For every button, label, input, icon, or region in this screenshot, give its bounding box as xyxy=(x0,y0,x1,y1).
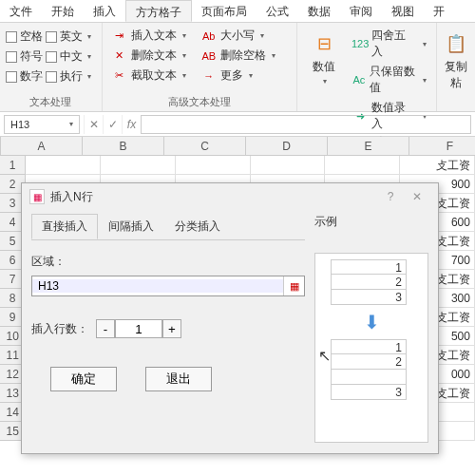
group-label-advtext: 高级文本处理 xyxy=(108,93,291,109)
ribbon-button-label: 只保留数值 xyxy=(370,64,417,96)
range-label: 区域： xyxy=(31,254,305,270)
rows-label: 插入行数： xyxy=(31,321,88,337)
close-button[interactable]: ✕ xyxy=(404,190,430,203)
checkbox[interactable] xyxy=(46,71,57,83)
ribbon-button-label: 大小写 xyxy=(220,28,255,44)
ribbon-tabs: 文件开始插入方方格子页面布局公式数据审阅视图开 xyxy=(0,0,475,23)
arrow-down-icon: ⬇ xyxy=(321,311,422,333)
checkbox-label: 执行 xyxy=(60,68,83,85)
cell[interactable]: 攴工资 xyxy=(400,156,475,175)
cancel-formula-icon[interactable]: ✕ xyxy=(84,115,103,134)
ribbon-button[interactable]: ✂截取文本▾ xyxy=(108,67,190,85)
ribbon-tab-2[interactable]: 插入 xyxy=(84,0,125,22)
dialog-tab[interactable]: 分类插入 xyxy=(164,214,231,239)
dialog-tabs: 直接插入间隔插入分类插入 xyxy=(31,214,305,240)
spin-up-button[interactable]: + xyxy=(162,319,181,338)
range-input[interactable] xyxy=(32,279,283,293)
ribbon-button[interactable]: Ac只保留数值▾ xyxy=(349,63,430,97)
ribbon-tab-3[interactable]: 方方格子 xyxy=(125,0,192,22)
ribbon-tab-5[interactable]: 公式 xyxy=(256,0,298,22)
chevron-down-icon: ▾ xyxy=(272,51,276,60)
cell[interactable] xyxy=(101,156,176,175)
preview-row: 3 xyxy=(331,385,407,400)
cell[interactable] xyxy=(325,156,400,175)
formula-bar-row: H13 ▾ ✕ ✓ fx xyxy=(0,112,475,137)
copy-paste-button[interactable]: 📋 复制 粘 xyxy=(443,27,469,95)
checkbox-label: 符号 xyxy=(20,48,43,65)
col-header[interactable]: E xyxy=(328,137,409,155)
chevron-down-icon[interactable]: ▾ xyxy=(87,32,91,41)
ribbon-tab-6[interactable]: 数据 xyxy=(298,0,340,22)
ribbon-button[interactable]: AB删除空格▾ xyxy=(198,47,279,65)
ribbon-tab-7[interactable]: 审阅 xyxy=(340,0,382,22)
spin-down-button[interactable]: - xyxy=(96,319,115,338)
accept-formula-icon[interactable]: ✓ xyxy=(103,115,122,134)
numeric-group: ⊟ 数值 ▾ 123四舍五入▾Ac只保留数值▾➜数值录入▾ 数值录入 xyxy=(297,23,437,111)
numeric-big-button[interactable]: ⊟ 数值 ▾ xyxy=(303,27,345,89)
dialog-tab[interactable]: 直接插入 xyxy=(31,214,98,239)
chevron-down-icon: ▾ xyxy=(323,77,327,86)
range-input-wrap: ▦ xyxy=(31,276,305,296)
col-header[interactable]: A xyxy=(1,137,83,155)
dialog-tab[interactable]: 间隔插入 xyxy=(98,214,164,239)
ribbon-button-label: 删除文本 xyxy=(131,48,177,64)
chevron-down-icon: ▾ xyxy=(182,71,186,80)
rows-input[interactable] xyxy=(115,319,162,338)
ribbon-button-icon: ✕ xyxy=(112,48,127,64)
dialog-titlebar[interactable]: ▦ 插入N行 ? ✕ xyxy=(22,183,438,210)
formula-bar[interactable] xyxy=(141,115,471,134)
checkbox-label: 中文 xyxy=(60,48,83,65)
dialog-icon: ▦ xyxy=(29,189,45,204)
preview-row: 1 xyxy=(331,339,407,354)
ribbon-button-icon: ⇥ xyxy=(112,29,127,44)
ribbon-tab-8[interactable]: 视图 xyxy=(382,0,424,22)
chevron-down-icon[interactable]: ▾ xyxy=(87,72,91,81)
col-header[interactable]: F xyxy=(409,137,475,155)
cell[interactable] xyxy=(176,156,251,175)
ribbon-button[interactable]: ✕删除文本▾ xyxy=(108,47,190,65)
chevron-down-icon[interactable]: ▾ xyxy=(87,52,91,61)
ribbon-button-icon: Ab xyxy=(201,29,217,44)
ribbon-button[interactable]: 123四舍五入▾ xyxy=(349,27,430,61)
dialog-title: 插入N行 xyxy=(50,189,93,205)
fx-icon[interactable]: fx xyxy=(122,115,141,134)
col-header[interactable]: C xyxy=(164,137,246,155)
cell[interactable] xyxy=(26,156,101,175)
checkbox[interactable] xyxy=(6,31,17,43)
checkbox[interactable] xyxy=(46,31,57,43)
range-picker-icon[interactable]: ▦ xyxy=(283,276,304,295)
cancel-button[interactable]: 退出 xyxy=(145,367,212,391)
ribbon-button-label: 插入文本 xyxy=(131,28,177,44)
col-header[interactable]: D xyxy=(246,137,328,155)
cell[interactable] xyxy=(251,156,326,175)
checkbox[interactable] xyxy=(6,71,17,83)
ribbon-button-label: 四舍五入 xyxy=(371,28,417,60)
checkbox[interactable] xyxy=(46,51,57,63)
chevron-down-icon: ▾ xyxy=(182,51,186,60)
name-box[interactable]: H13 ▾ xyxy=(4,115,80,134)
column-headers: ABCDEF xyxy=(0,137,475,156)
ribbon-button[interactable]: →更多▾ xyxy=(198,67,279,85)
ribbon-button[interactable]: Ab大小写▾ xyxy=(198,27,279,45)
ribbon-tab-0[interactable]: 文件 xyxy=(0,0,42,22)
ribbon-button[interactable]: ⇥插入文本▾ xyxy=(108,27,190,45)
chevron-down-icon: ▾ xyxy=(182,31,186,40)
group-label-text: 文本处理 xyxy=(6,93,96,109)
checkbox-label: 数字 xyxy=(20,68,43,85)
ribbon-tab-9[interactable]: 开 xyxy=(424,0,454,22)
help-button[interactable]: ? xyxy=(377,190,404,203)
copy-group: 📋 复制 粘 xyxy=(437,23,475,111)
ribbon-button-icon: Ac xyxy=(352,72,365,87)
ribbon-button-icon: AB xyxy=(201,48,217,64)
text-processing-group: 空格英文▾符号中文▾数字执行▾ 文本处理 xyxy=(0,23,103,111)
ribbon-tab-4[interactable]: 页面布局 xyxy=(192,0,256,22)
ribbon-button-icon: ✂ xyxy=(112,68,127,84)
checkbox[interactable] xyxy=(6,51,17,63)
preview-row: 2 xyxy=(331,275,407,290)
preview-row: 1 xyxy=(331,259,407,275)
ok-button[interactable]: 确定 xyxy=(50,367,117,391)
col-header[interactable]: B xyxy=(83,137,164,155)
row-header[interactable]: 1 xyxy=(0,156,26,175)
chevron-down-icon: ▾ xyxy=(260,31,264,40)
ribbon-tab-1[interactable]: 开始 xyxy=(42,0,84,22)
